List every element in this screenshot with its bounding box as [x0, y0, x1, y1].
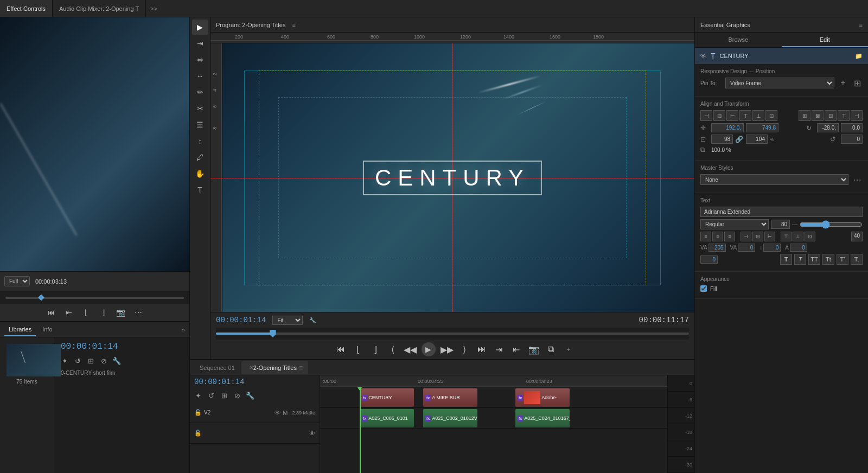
text-align-right-btn[interactable]: ≡	[724, 232, 735, 241]
align-h-center-btn[interactable]: ⊟	[713, 110, 725, 121]
source-scrubbar[interactable]	[0, 291, 189, 304]
style-bold-btn[interactable]: T	[780, 254, 792, 265]
rotation-x-field[interactable]	[817, 123, 839, 132]
font-size-slider[interactable]	[800, 220, 863, 229]
step-back-frame-btn[interactable]: ⟨	[387, 343, 399, 355]
style-sub-btn[interactable]: T,	[851, 254, 863, 265]
align-v-center-btn[interactable]: ⊥	[752, 110, 764, 121]
font-name-input[interactable]	[700, 207, 863, 217]
source-camera-btn[interactable]: 📷	[116, 307, 126, 318]
scale-y-field[interactable]	[746, 135, 768, 144]
text-indent-left-btn[interactable]: ⊣	[741, 232, 751, 241]
program-zoom-dropdown[interactable]: Fit 25% 50% 100%	[272, 316, 303, 325]
style-smallcaps-btn[interactable]: Tt	[822, 254, 834, 265]
add-controls-btn[interactable]: +	[567, 346, 570, 353]
clip-a025-2[interactable]: fx A025_C002_01012V_00	[423, 409, 477, 427]
clip-adobe[interactable]: fx Adobe-	[515, 388, 570, 407]
tool-type[interactable]: T	[192, 182, 208, 197]
caps-field[interactable]	[700, 255, 718, 264]
text-align-center-btn[interactable]: ≡	[712, 232, 723, 241]
tool-slip[interactable]: ☰	[192, 117, 208, 132]
tl-tool5[interactable]: 🔧	[245, 391, 255, 400]
tool-ripple[interactable]: ⇔	[192, 52, 208, 67]
eg-menu-icon[interactable]: ≡	[859, 22, 863, 28]
pin-to-dropdown[interactable]: Video Frame None Clip	[725, 78, 834, 88]
program-current-time[interactable]: 00:00:01:14	[216, 316, 266, 324]
bottom-expand-button[interactable]: »	[182, 327, 185, 333]
track-mute-v2[interactable]: M	[283, 410, 288, 416]
rotation-y-field[interactable]	[841, 123, 863, 132]
camera-btn[interactable]: 📷	[528, 343, 540, 355]
project-tool1[interactable]: ✦	[60, 356, 69, 366]
source-out-point-btn[interactable]: ⌋	[98, 307, 109, 318]
source-dots-btn[interactable]: ⋯	[133, 307, 144, 318]
font-style-dropdown[interactable]: Regular Bold Italic	[700, 219, 769, 229]
tool-hand[interactable]: ✋	[192, 166, 208, 181]
fill-checkbox[interactable]	[700, 285, 707, 292]
track-visibility-v2[interactable]: 👁	[275, 410, 280, 416]
project-tool4[interactable]: ⊘	[99, 356, 108, 366]
source-in-point-btn[interactable]: ⌊	[81, 307, 92, 318]
play-btn[interactable]: ▶	[422, 342, 436, 356]
program-scrubbar[interactable]	[216, 328, 689, 340]
tab-menu-icon[interactable]: ≡	[299, 364, 303, 372]
tl-tool1[interactable]: ✦	[193, 391, 203, 400]
master-styles-dropdown[interactable]: None	[700, 174, 848, 185]
text-indent-top-btn[interactable]: ⊤	[781, 232, 792, 241]
lock-icon-v2[interactable]: 🔓	[194, 409, 202, 416]
project-tool2[interactable]: ↺	[73, 356, 82, 366]
baseline-field[interactable]	[790, 244, 807, 252]
folder-icon[interactable]: 📁	[855, 53, 863, 60]
track-visibility-v1[interactable]: 👁	[309, 430, 315, 437]
clip-a025-3[interactable]: fx A025_C024_010167_001.mp4	[515, 409, 570, 427]
scale-x-field[interactable]	[711, 135, 733, 144]
tl-tool2[interactable]: ↺	[206, 391, 216, 400]
rotation-field[interactable]	[841, 135, 863, 144]
eg-tab-browse[interactable]: Browse	[695, 33, 782, 47]
pin-settings-btn[interactable]: ⊞	[852, 78, 863, 88]
text-indent-bot-btn[interactable]: ⊡	[805, 232, 815, 241]
text-align-left-btn[interactable]: ≡	[700, 232, 711, 241]
insert-btn[interactable]: ⇥	[493, 343, 505, 355]
align-right-edge-btn[interactable]: ⊢	[726, 110, 738, 121]
source-play-to-in-btn[interactable]: ⏮	[46, 307, 57, 318]
position-x-field[interactable]	[711, 123, 744, 132]
distribute-h-btn[interactable]: ⊞	[799, 110, 810, 121]
distribute-h3-btn[interactable]: ⊣	[851, 110, 863, 121]
project-tool5[interactable]: 🔧	[112, 356, 122, 366]
step-fwd-frame-btn[interactable]: ⟩	[458, 343, 470, 355]
tab-audio-clip-mixer[interactable]: Audio Clip Mixer: 2-Opening T	[53, 0, 146, 17]
clip-a025-1[interactable]: fx A025_C005_0101	[360, 409, 414, 427]
mark-in-btn[interactable]: ⌊	[352, 343, 364, 355]
program-playhead[interactable]	[270, 330, 276, 337]
distribute-v-btn[interactable]: ⊠	[812, 110, 824, 121]
century-title-text[interactable]: CENTURY	[363, 161, 542, 195]
tab-libraries[interactable]: Libraries	[4, 323, 36, 336]
font-size-field[interactable]	[771, 220, 790, 229]
multicam-btn[interactable]: ⧉	[545, 343, 557, 355]
opacity-value[interactable]: 100.0 %	[711, 147, 731, 153]
step-fwd-btn[interactable]: ▶▶	[441, 343, 453, 355]
align-top-edge-btn[interactable]: ⊤	[739, 110, 751, 121]
tool-rate-stretch[interactable]: ✏	[192, 85, 208, 100]
source-step-back-btn[interactable]: ⇤	[63, 307, 74, 318]
style-italic-btn[interactable]: T	[794, 254, 806, 265]
style-allcaps-btn[interactable]: TT	[808, 254, 820, 265]
align-left-edge-btn[interactable]: ⊣	[700, 110, 712, 121]
leading-field[interactable]	[763, 244, 781, 252]
position-y-field[interactable]	[746, 123, 778, 132]
go-to-out-btn[interactable]: ⏭	[476, 343, 488, 355]
tool-razor[interactable]: ✂	[192, 101, 208, 116]
tracking-field[interactable]	[709, 244, 726, 252]
program-menu-icon[interactable]: ≡	[292, 22, 295, 28]
tool-slide[interactable]: ↕	[192, 133, 208, 149]
tool-select[interactable]: ▶	[192, 20, 208, 35]
layer-visibility-icon[interactable]: 👁	[700, 53, 706, 59]
clip-mike-bur[interactable]: fx A MIKE BUR	[423, 388, 477, 407]
step-back-btn[interactable]: ◀◀	[404, 343, 416, 355]
tracking-value[interactable]: 40	[851, 232, 863, 241]
tab-opening-titles[interactable]: ✕ 2-Opening Titles ≡	[241, 361, 308, 374]
tl-tool3[interactable]: ⊞	[219, 391, 229, 400]
source-quality-dropdown[interactable]: Full 1/2 1/4	[4, 276, 30, 286]
align-bottom-edge-btn[interactable]: ⊡	[765, 110, 777, 121]
